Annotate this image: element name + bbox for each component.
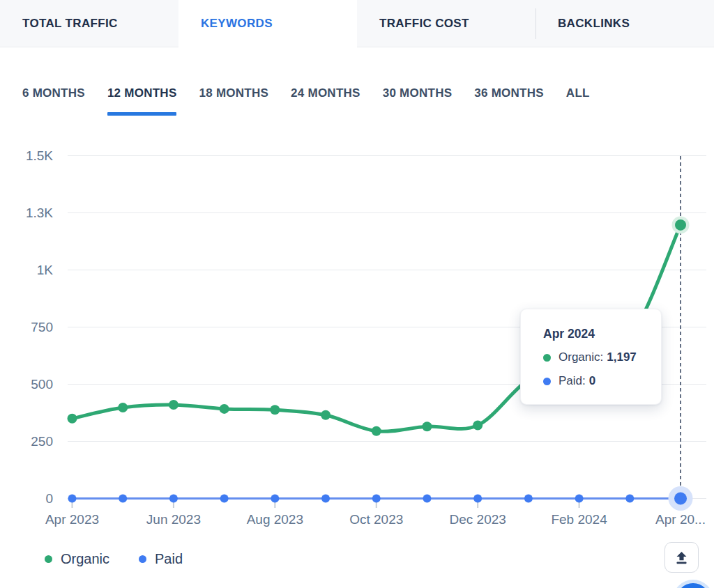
legend-item-organic[interactable]: Organic <box>45 550 109 567</box>
traffic-analytics-panel: TOTAL TRAFFIC KEYWORDS TRAFFIC COST BACK… <box>0 0 714 588</box>
y-tick-label: 0 <box>0 491 53 506</box>
x-tick-label: Jun 2023 <box>132 511 215 528</box>
x-tick-label: Aug 2023 <box>233 511 317 528</box>
paid-dot-icon <box>543 378 551 385</box>
x-tick-label: Feb 2024 <box>538 511 621 528</box>
y-tick-label: 250 <box>0 434 53 449</box>
y-tick-label: 500 <box>0 377 53 392</box>
x-tick-label: Apr 20... <box>639 511 714 528</box>
chart-tooltip: Apr 2024 Organic: 1,197 Paid: 0 <box>520 309 662 405</box>
export-button[interactable] <box>664 542 699 573</box>
tooltip-row-paid: Paid: 0 <box>543 373 648 389</box>
tooltip-title: Apr 2024 <box>543 327 648 341</box>
y-tick-label: 1.3K <box>0 206 53 221</box>
legend-item-paid[interactable]: Paid <box>139 550 183 567</box>
organic-dot-icon <box>45 555 52 563</box>
y-tick-label: 1.5K <box>0 148 53 164</box>
x-tick-label: Apr 2023 <box>31 511 114 528</box>
y-tick-label: 1K <box>0 263 53 278</box>
paid-dot-icon <box>139 555 146 563</box>
chart-legend: Organic Paid <box>45 550 183 567</box>
keywords-line-chart[interactable] <box>0 0 714 588</box>
y-tick-label: 750 <box>0 320 53 335</box>
upload-icon <box>674 550 689 565</box>
organic-dot-icon <box>543 354 551 362</box>
x-tick-label: Oct 2023 <box>335 511 418 528</box>
tooltip-row-organic: Organic: 1,197 <box>543 350 648 365</box>
x-tick-label: Dec 2023 <box>436 511 519 528</box>
